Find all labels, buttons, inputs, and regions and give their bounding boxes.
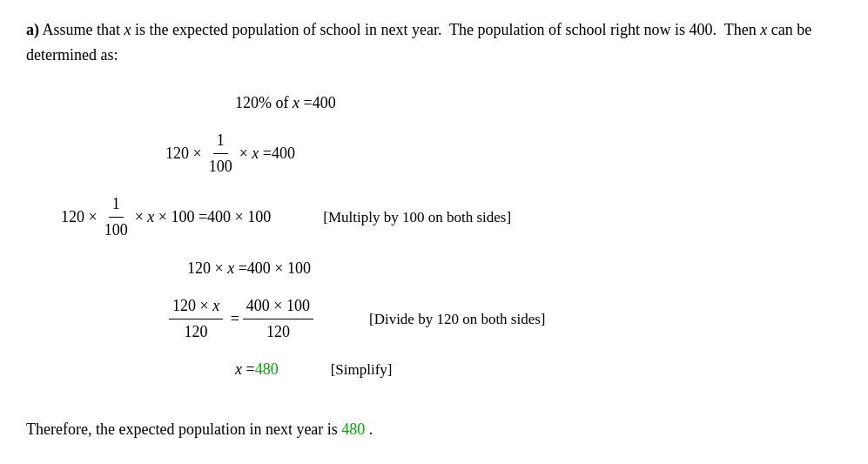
row2-prefix: 120 × xyxy=(165,143,202,165)
intro-text-2: is the expected population of school in … xyxy=(135,21,760,38)
row5-annotation: [Divide by 120 on both sides] xyxy=(369,309,546,330)
conclusion-paragraph: Therefore, the expected population in ne… xyxy=(26,417,842,442)
row3-middle: × x × 100 =400 × 100 xyxy=(135,206,272,228)
content-area: a) Assume that x is the expected populat… xyxy=(26,17,842,442)
math-block: 120% of x =400 120 × 1 100 × x =400 120 … xyxy=(26,92,842,397)
fraction-denominator: 100 xyxy=(205,154,236,178)
intro-paragraph: a) Assume that x is the expected populat… xyxy=(26,17,842,68)
row5-right-num: 400 × 100 xyxy=(243,295,313,319)
row4-text: 120 × x =400 × 100 xyxy=(187,258,311,279)
part-label: a) xyxy=(26,21,39,38)
math-row-1: 120% of x =400 xyxy=(61,92,336,114)
conclusion-answer: 480 xyxy=(341,420,365,438)
row6-x-equals: x = xyxy=(235,359,255,380)
math-row-2: 120 × 1 100 × x =400 xyxy=(61,130,295,178)
row3-prefix: 120 × xyxy=(61,206,98,228)
row5-left-den: 120 xyxy=(181,319,212,343)
var-x-then: x xyxy=(760,21,767,38)
math-row-6: x = 480 [Simplify] xyxy=(61,359,393,380)
fraction-row5-left: 120 × x 120 xyxy=(169,295,223,343)
conclusion-period: . xyxy=(369,420,373,438)
fraction-numerator-row3: 1 xyxy=(109,193,124,218)
fraction-1-100-row3: 1 100 xyxy=(101,193,131,241)
math-row-4: 120 × x =400 × 100 xyxy=(61,258,311,279)
math-row-3: 120 × 1 100 × x × 100 =400 × 100 [Multip… xyxy=(61,193,511,241)
fraction-1-100: 1 100 xyxy=(205,130,236,178)
row6-annotation: [Simplify] xyxy=(331,360,393,380)
var-x-intro: x xyxy=(124,21,131,38)
row5-left-num: 120 × x xyxy=(169,295,223,319)
intro-text-1: Assume that xyxy=(43,21,124,38)
row2-suffix: × x =400 xyxy=(239,143,295,165)
math-row-5: 120 × x 120 = 400 × 100 120 [Divide by 1… xyxy=(61,295,546,343)
row3-annotation: [Multiply by 100 on both sides] xyxy=(323,207,511,228)
conclusion-text: Therefore, the expected population in ne… xyxy=(26,420,338,438)
fraction-row5-right: 400 × 100 120 xyxy=(243,295,313,343)
row6-answer: 480 xyxy=(255,359,279,380)
row5-equals: = xyxy=(226,308,239,330)
fraction-denominator-row3: 100 xyxy=(101,218,131,241)
row1-text: 120% of x =400 xyxy=(235,92,336,114)
fraction-numerator: 1 xyxy=(213,130,228,154)
row5-right-den: 120 xyxy=(263,319,293,343)
